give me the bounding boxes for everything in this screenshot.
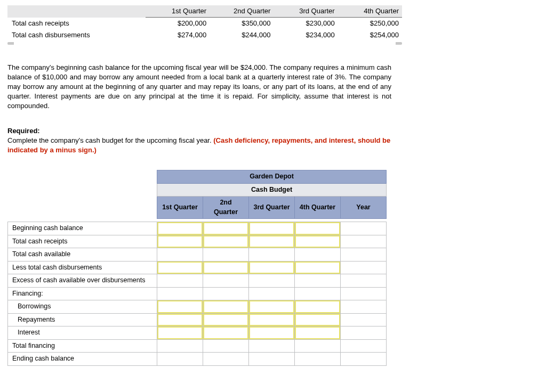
data-cell: $230,000 — [274, 18, 338, 30]
budget-row-label: Ending cash balance — [8, 353, 157, 366]
col-header: 4th Quarter — [338, 5, 402, 18]
budget-cell — [341, 339, 387, 353]
budget-input-cell[interactable] — [249, 300, 295, 314]
budget-col-header: Year — [341, 197, 387, 219]
budget-cell — [295, 353, 341, 366]
budget-row-label: Total cash available — [8, 248, 157, 262]
budget-cell — [249, 274, 295, 288]
budget-input-cell[interactable] — [295, 222, 341, 235]
budget-input-cell[interactable] — [249, 313, 295, 326]
budget-input-cell[interactable] — [157, 300, 203, 314]
budget-input-cell[interactable] — [249, 222, 295, 235]
budget-cell — [341, 287, 387, 300]
budget-cell — [249, 339, 295, 353]
budget-row-label: Total cash receipts — [8, 235, 157, 248]
budget-cell — [203, 248, 249, 262]
budget-cell — [203, 353, 249, 366]
budget-cell — [341, 261, 387, 274]
budget-input-cell[interactable] — [203, 300, 249, 314]
col-header: 3rd Quarter — [274, 5, 338, 18]
budget-company: Garden Depot — [157, 170, 387, 184]
budget-row-label: Interest — [8, 326, 157, 340]
budget-cell — [341, 274, 387, 288]
budget-input-cell[interactable] — [157, 235, 203, 248]
budget-input-cell[interactable] — [157, 261, 203, 274]
budget-input-cell[interactable] — [249, 261, 295, 274]
budget-input-cell[interactable] — [203, 313, 249, 326]
data-cell: $274,000 — [146, 29, 210, 41]
data-cell: $244,000 — [210, 29, 274, 41]
budget-row-label: Excess of cash available over disburseme… — [8, 274, 157, 288]
budget-row-label: Borrowings — [8, 300, 157, 314]
cash-budget-table: Garden Depot Cash Budget 1st Quarter 2nd… — [7, 170, 387, 366]
required-text: Complete the company's cash budget for t… — [7, 136, 213, 144]
quarterly-data-table: 1st Quarter 2nd Quarter 3rd Quarter 4th … — [7, 5, 402, 42]
budget-cell — [157, 353, 203, 366]
row-label: Total cash receipts — [7, 18, 146, 30]
budget-row-label: Repayments — [8, 313, 157, 326]
budget-input-cell[interactable] — [157, 222, 203, 235]
required-block: Required: Complete the company's cash bu… — [7, 126, 391, 156]
budget-cell — [157, 287, 203, 300]
budget-input-cell[interactable] — [295, 261, 341, 274]
budget-input-cell[interactable] — [249, 235, 295, 248]
budget-cell — [157, 274, 203, 288]
budget-cell — [157, 248, 203, 262]
budget-input-cell[interactable] — [203, 326, 249, 340]
data-cell: $234,000 — [274, 29, 338, 41]
col-header: 1st Quarter — [146, 5, 210, 18]
budget-cell — [249, 353, 295, 366]
budget-cell — [341, 326, 387, 340]
scroll-hint — [7, 42, 402, 45]
budget-input-cell[interactable] — [157, 313, 203, 326]
budget-cell — [203, 287, 249, 300]
data-cell: $350,000 — [210, 18, 274, 30]
budget-cell — [341, 353, 387, 366]
budget-row-label: Financing: — [8, 287, 157, 300]
budget-col-header: 1st Quarter — [157, 197, 203, 219]
budget-cell — [341, 248, 387, 262]
budget-cell — [341, 313, 387, 326]
col-header: 2nd Quarter — [210, 5, 274, 18]
budget-cell — [295, 287, 341, 300]
budget-input-cell[interactable] — [203, 235, 249, 248]
budget-input-cell[interactable] — [295, 235, 341, 248]
budget-input-cell[interactable] — [249, 326, 295, 340]
budget-cell — [157, 339, 203, 353]
budget-row-label: Less total cash disbursements — [8, 261, 157, 274]
budget-cell — [341, 222, 387, 235]
budget-input-cell[interactable] — [157, 326, 203, 340]
budget-row-label: Total financing — [8, 339, 157, 353]
data-cell: $250,000 — [338, 18, 402, 30]
budget-input-cell[interactable] — [295, 313, 341, 326]
problem-paragraph: The company's beginning cash balance for… — [7, 63, 391, 111]
budget-cell — [295, 248, 341, 262]
budget-cell — [341, 300, 387, 314]
budget-input-cell[interactable] — [295, 326, 341, 340]
budget-cell — [249, 248, 295, 262]
budget-row-label: Beginning cash balance — [8, 222, 157, 235]
row-label: Total cash disbursements — [7, 29, 146, 41]
budget-col-header: 3rd Quarter — [249, 197, 295, 219]
budget-input-cell[interactable] — [295, 300, 341, 314]
budget-input-cell[interactable] — [203, 222, 249, 235]
budget-cell — [295, 339, 341, 353]
required-label: Required: — [7, 127, 40, 135]
budget-col-header: 2nd Quarter — [203, 197, 249, 219]
data-cell: $254,000 — [338, 29, 402, 41]
budget-col-header: 4th Quarter — [295, 197, 341, 219]
budget-input-cell[interactable] — [203, 261, 249, 274]
budget-title: Cash Budget — [157, 183, 387, 197]
budget-cell — [341, 235, 387, 248]
budget-cell — [295, 274, 341, 288]
budget-cell — [249, 287, 295, 300]
data-cell: $200,000 — [146, 18, 210, 30]
budget-cell — [203, 339, 249, 353]
budget-cell — [203, 274, 249, 288]
